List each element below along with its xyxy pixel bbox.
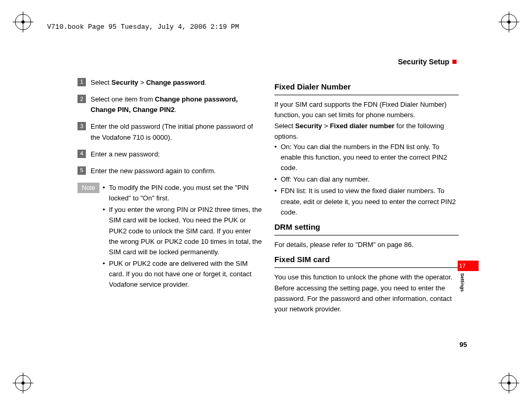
paragraph: For details, please refer to "DRM" on pa…	[274, 240, 459, 250]
list-item: On: You can dial the numbers in the FDN …	[274, 142, 459, 173]
step-number-box: 1	[77, 78, 86, 86]
text: Select one item from	[91, 95, 155, 103]
page-title-text: Security Setup	[398, 58, 449, 66]
note-body: To modify the PIN code, you must set the…	[103, 183, 262, 291]
crop-mark-tl	[13, 12, 34, 32]
note-block: Note To modify the PIN code, you must se…	[77, 183, 262, 291]
page-number: 95	[460, 341, 467, 348]
heading-underline	[274, 266, 459, 268]
heading-underline	[274, 234, 459, 235]
bold-text: Change password	[146, 78, 205, 86]
heading-drm: DRM setting	[274, 221, 459, 233]
text: .	[205, 78, 207, 86]
svg-point-3	[21, 20, 25, 24]
note-item: PUK or PUK2 code are delivered with the …	[103, 258, 262, 290]
bold-text: Fixed dialer number	[330, 122, 395, 130]
step-number-box: 5	[77, 166, 86, 175]
svg-point-15	[507, 381, 511, 385]
crop-mark-tr	[498, 12, 519, 32]
step-text: Select Security > Change password.	[91, 77, 262, 88]
bold-text: Security	[295, 122, 322, 130]
step-number-box: 4	[77, 150, 86, 158]
header-file-info: V710.book Page 95 Tuesday, July 4, 2006 …	[47, 23, 239, 31]
heading-underline	[274, 94, 459, 95]
left-column: 1 Select Security > Change password. 2 S…	[77, 77, 262, 314]
step-2: 2 Select one item from Change phone pass…	[77, 94, 262, 115]
paragraph: You use this function to unlock the phon…	[274, 272, 459, 314]
bold-text: Security	[112, 78, 138, 86]
svg-point-7	[507, 20, 511, 24]
side-tab-number: 17	[458, 263, 467, 269]
list-item: Off: You can dial any number.	[274, 174, 459, 185]
note-item: If you enter the wrong PIN or PIN2 three…	[103, 205, 262, 257]
text: .	[174, 106, 176, 114]
text: >	[322, 122, 330, 130]
step-3: 3 Enter the old password (The initial ph…	[77, 121, 262, 142]
text: >	[138, 78, 146, 86]
right-column: Fixed Dialer Number If your SIM card sup…	[274, 77, 459, 314]
step-text: Select one item from Change phone passwo…	[91, 94, 262, 115]
step-text: Enter the old password (The initial phon…	[91, 121, 262, 142]
text: Select	[91, 78, 112, 86]
list-item: FDN list: It is used to view the fixed d…	[274, 186, 459, 217]
step-1: 1 Select Security > Change password.	[77, 77, 262, 88]
text: Select	[274, 122, 295, 130]
side-tab-label: Settings	[460, 273, 465, 292]
svg-point-11	[21, 381, 25, 385]
note-label: Note	[77, 183, 99, 193]
section-marker-icon	[452, 60, 457, 64]
note-item: To modify the PIN code, you must set the…	[103, 183, 262, 204]
bullet-list: On: You can dial the numbers in the FDN …	[274, 142, 459, 218]
step-4: 4 Enter a new password;	[77, 149, 262, 160]
step-text: Enter a new password;	[91, 149, 262, 160]
step-number-box: 3	[77, 122, 86, 130]
side-tab: 17	[458, 261, 479, 271]
step-number-box: 2	[77, 95, 86, 103]
heading-fixed-dialer: Fixed Dialer Number	[274, 81, 459, 93]
crop-mark-bl	[13, 373, 34, 393]
heading-fixed-sim: Fixed SIM card	[274, 253, 459, 265]
crop-mark-br	[498, 373, 519, 393]
content-area: 1 Select Security > Change password. 2 S…	[77, 77, 459, 314]
paragraph: Select Security > Fixed dialer number fo…	[274, 121, 459, 142]
page-title: Security Setup	[398, 58, 457, 66]
step-text: Enter the new password again to confirm.	[91, 166, 262, 176]
step-5: 5 Enter the new password again to confir…	[77, 166, 262, 176]
paragraph: If your SIM card supports the FDN (Fixed…	[274, 99, 459, 120]
